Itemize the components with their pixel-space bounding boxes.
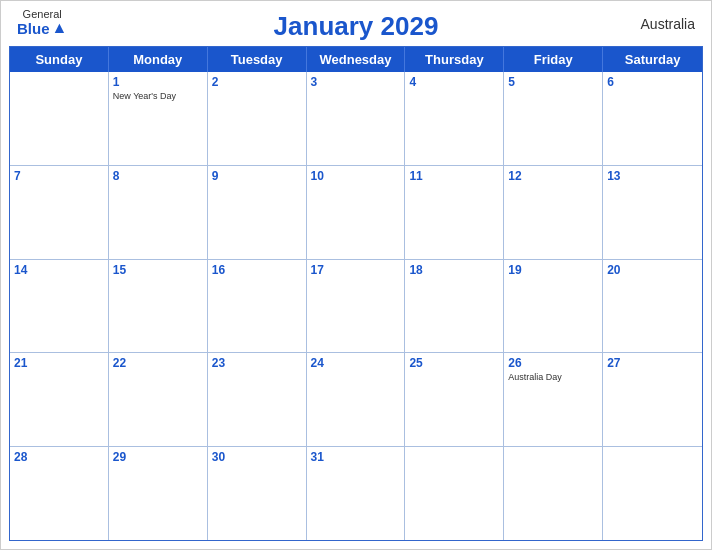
day-cell: 24 (307, 353, 406, 446)
day-cell: 27 (603, 353, 702, 446)
day-number: 21 (14, 356, 104, 370)
logo: General Blue ▲ (17, 9, 67, 36)
day-number: 8 (113, 169, 203, 183)
day-number: 7 (14, 169, 104, 183)
day-cell: 13 (603, 166, 702, 259)
day-cell: 20 (603, 260, 702, 353)
day-cell: 22 (109, 353, 208, 446)
header: General Blue ▲ January 2029 Australia (1, 1, 711, 46)
day-number: 12 (508, 169, 598, 183)
week-row-5: 28293031 (10, 447, 702, 540)
header-sunday: Sunday (10, 47, 109, 72)
day-cell: 30 (208, 447, 307, 540)
week-row-4: 212223242526Australia Day27 (10, 353, 702, 447)
day-number: 19 (508, 263, 598, 277)
day-number: 29 (113, 450, 203, 464)
day-headers: Sunday Monday Tuesday Wednesday Thursday… (10, 47, 702, 72)
day-cell: 15 (109, 260, 208, 353)
day-cell: 8 (109, 166, 208, 259)
day-cell (603, 447, 702, 540)
day-cell: 5 (504, 72, 603, 165)
day-number: 1 (113, 75, 203, 89)
day-cell: 12 (504, 166, 603, 259)
day-number: 30 (212, 450, 302, 464)
day-cell: 17 (307, 260, 406, 353)
day-cell: 26Australia Day (504, 353, 603, 446)
day-cell (405, 447, 504, 540)
day-number: 3 (311, 75, 401, 89)
day-number: 22 (113, 356, 203, 370)
weeks-container: 1New Year's Day2345678910111213141516171… (10, 72, 702, 540)
day-cell: 25 (405, 353, 504, 446)
day-cell: 10 (307, 166, 406, 259)
day-cell: 6 (603, 72, 702, 165)
day-number: 15 (113, 263, 203, 277)
day-cell: 4 (405, 72, 504, 165)
day-cell: 11 (405, 166, 504, 259)
day-number: 20 (607, 263, 698, 277)
day-number: 2 (212, 75, 302, 89)
country-label: Australia (641, 16, 695, 32)
week-row-1: 1New Year's Day23456 (10, 72, 702, 166)
day-number: 13 (607, 169, 698, 183)
week-row-2: 78910111213 (10, 166, 702, 260)
header-wednesday: Wednesday (307, 47, 406, 72)
day-cell: 2 (208, 72, 307, 165)
day-number: 27 (607, 356, 698, 370)
day-number: 24 (311, 356, 401, 370)
page: General Blue ▲ January 2029 Australia Su… (0, 0, 712, 550)
day-number: 14 (14, 263, 104, 277)
day-cell: 28 (10, 447, 109, 540)
day-cell: 16 (208, 260, 307, 353)
day-number: 23 (212, 356, 302, 370)
calendar: Sunday Monday Tuesday Wednesday Thursday… (9, 46, 703, 541)
header-saturday: Saturday (603, 47, 702, 72)
day-cell: 14 (10, 260, 109, 353)
day-cell: 21 (10, 353, 109, 446)
header-friday: Friday (504, 47, 603, 72)
day-number: 6 (607, 75, 698, 89)
logo-bird-icon: ▲ (52, 20, 68, 36)
day-number: 10 (311, 169, 401, 183)
day-number: 26 (508, 356, 598, 370)
header-thursday: Thursday (405, 47, 504, 72)
day-number: 25 (409, 356, 499, 370)
day-cell: 23 (208, 353, 307, 446)
header-monday: Monday (109, 47, 208, 72)
holiday-label: New Year's Day (113, 91, 203, 102)
day-cell: 7 (10, 166, 109, 259)
day-number: 9 (212, 169, 302, 183)
day-cell: 1New Year's Day (109, 72, 208, 165)
day-cell (10, 72, 109, 165)
day-number: 5 (508, 75, 598, 89)
day-cell: 3 (307, 72, 406, 165)
day-number: 28 (14, 450, 104, 464)
day-number: 18 (409, 263, 499, 277)
week-row-3: 14151617181920 (10, 260, 702, 354)
day-number: 4 (409, 75, 499, 89)
holiday-label: Australia Day (508, 372, 598, 383)
day-cell (504, 447, 603, 540)
day-cell: 19 (504, 260, 603, 353)
day-number: 16 (212, 263, 302, 277)
day-cell: 9 (208, 166, 307, 259)
day-number: 11 (409, 169, 499, 183)
day-number: 31 (311, 450, 401, 464)
day-cell: 31 (307, 447, 406, 540)
day-cell: 29 (109, 447, 208, 540)
page-title: January 2029 (274, 11, 439, 42)
day-cell: 18 (405, 260, 504, 353)
logo-blue: Blue ▲ (17, 20, 67, 36)
day-number: 17 (311, 263, 401, 277)
header-tuesday: Tuesday (208, 47, 307, 72)
